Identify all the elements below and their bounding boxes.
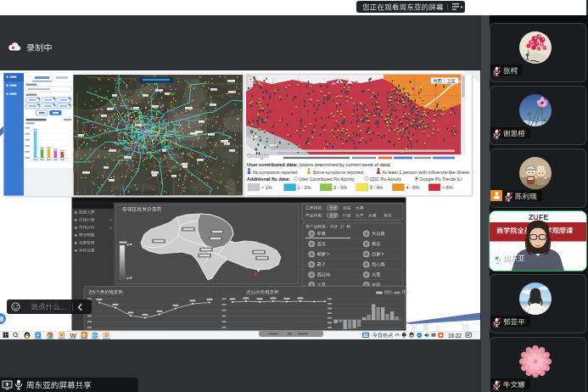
svg-text:Some symptoms reported: Some symptoms reported bbox=[313, 170, 364, 175]
svg-text:< 1%: < 1% bbox=[261, 185, 272, 190]
svg-text:16:22: 16:22 bbox=[448, 333, 462, 339]
svg-text:At least 1 person with influen: At least 1 person with influenza-like il… bbox=[383, 170, 470, 175]
svg-text:1 - 2%: 1 - 2% bbox=[298, 185, 311, 190]
svg-text:No symptoms reported: No symptoms reported bbox=[253, 170, 298, 175]
svg-text:Google: Google bbox=[247, 152, 269, 160]
svg-text:Google Flu Trends ILI: Google Flu Trends ILI bbox=[420, 176, 462, 182]
svg-text:> 5%: > 5% bbox=[442, 185, 453, 190]
svg-text:ZUFE: ZUFE bbox=[529, 213, 549, 221]
svg-text:4 - 5%: 4 - 5% bbox=[406, 185, 419, 190]
svg-text:CDC Flu Activity: CDC Flu Activity bbox=[370, 176, 402, 182]
svg-text:User contributed data: (colors: User contributed data: (colors determine… bbox=[247, 162, 390, 167]
svg-text:D: D bbox=[104, 332, 109, 338]
svg-text:3 - 4%: 3 - 4% bbox=[370, 185, 384, 190]
svg-text:2 - 3%: 2 - 3% bbox=[333, 185, 347, 190]
svg-text:User Contributed Flu Activity: User Contributed Flu Activity bbox=[300, 176, 356, 182]
svg-text:Additional flu data:: Additional flu data: bbox=[247, 176, 290, 182]
